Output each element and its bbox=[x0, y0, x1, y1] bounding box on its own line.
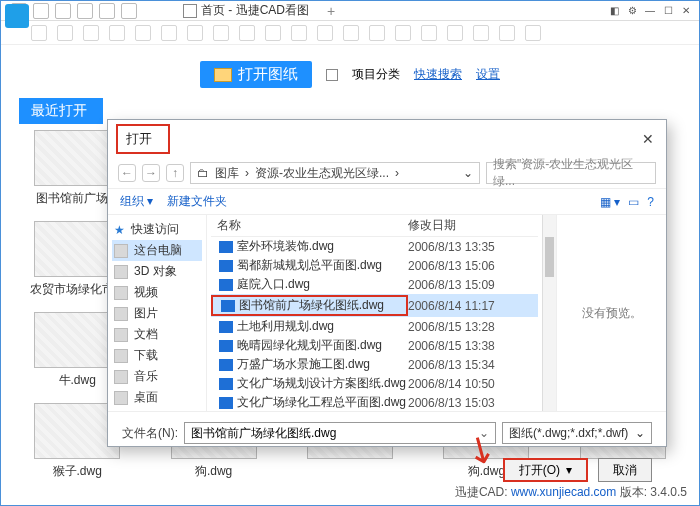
tree-item-label: 文档 bbox=[134, 326, 158, 343]
nav-fwd-button[interactable]: → bbox=[142, 164, 160, 182]
filename-input[interactable]: 图书馆前广场绿化图纸.dwg ⌄ bbox=[184, 422, 496, 444]
minimize-button[interactable]: — bbox=[643, 3, 657, 17]
tool2-icon[interactable] bbox=[291, 25, 307, 41]
tree-item[interactable]: 文档 bbox=[112, 324, 202, 345]
tree-item-label: 视频 bbox=[134, 284, 158, 301]
dwg-icon bbox=[219, 260, 233, 272]
organize-menu[interactable]: 组织 ▾ bbox=[120, 193, 153, 210]
file-date: 2006/8/15 13:38 bbox=[408, 339, 538, 353]
tool2-icon[interactable] bbox=[369, 25, 385, 41]
dialog-search-input[interactable]: 搜索"资源-农业生态观光区绿... bbox=[486, 162, 656, 184]
tab-home-label: 首页 - 迅捷CAD看图 bbox=[201, 2, 309, 19]
file-date: 2006/8/14 10:50 bbox=[408, 377, 538, 391]
file-row[interactable]: 土地利用规划.dwg2006/8/15 13:28 bbox=[211, 317, 538, 336]
folder-tree[interactable]: ★快速访问这台电脑3D 对象视频图片文档下载音乐桌面 bbox=[108, 215, 207, 411]
scrollbar[interactable] bbox=[542, 215, 556, 411]
tree-item-label: 桌面 bbox=[134, 389, 158, 406]
crumb-seg: 资源-农业生态观光区绿... bbox=[255, 165, 389, 182]
tree-item[interactable]: 音乐 bbox=[112, 366, 202, 387]
tool2-icon[interactable] bbox=[213, 25, 229, 41]
tb-open-icon[interactable] bbox=[33, 3, 49, 19]
tree-item[interactable]: 视频 bbox=[112, 282, 202, 303]
tree-item[interactable]: 图片 bbox=[112, 303, 202, 324]
tool2-icon[interactable] bbox=[447, 25, 463, 41]
tool2-icon[interactable] bbox=[317, 25, 333, 41]
settings-link[interactable]: 设置 bbox=[476, 66, 500, 83]
tree-item[interactable]: 3D 对象 bbox=[112, 261, 202, 282]
file-row[interactable]: 晚晴园绿化规划平面图.dwg2006/8/15 13:38 bbox=[211, 336, 538, 355]
dialog-cancel-button[interactable]: 取消 bbox=[598, 458, 652, 482]
dialog-open-button[interactable]: 打开(O)▾ bbox=[503, 458, 588, 482]
recent-header: 最近打开 bbox=[19, 98, 103, 124]
file-date: 2006/8/13 15:34 bbox=[408, 358, 538, 372]
tab-home[interactable]: 首页 - 迅捷CAD看图 bbox=[173, 0, 319, 21]
tool2-icon[interactable] bbox=[525, 25, 541, 41]
tree-item[interactable]: ★快速访问 bbox=[112, 219, 202, 240]
col-date[interactable]: 修改日期 bbox=[408, 217, 538, 234]
tool2-icon[interactable] bbox=[499, 25, 515, 41]
file-date: 2006/8/13 15:09 bbox=[408, 278, 538, 292]
help-icon[interactable]: ? bbox=[647, 195, 654, 209]
nav-up-button[interactable]: ↑ bbox=[166, 164, 184, 182]
file-row[interactable]: 庭院入口.dwg2006/8/13 15:09 bbox=[211, 275, 538, 294]
tool2-icon[interactable] bbox=[395, 25, 411, 41]
tool2-icon[interactable] bbox=[473, 25, 489, 41]
tb-redo-icon[interactable] bbox=[121, 3, 137, 19]
file-row[interactable]: 万盛广场水景施工图.dwg2006/8/13 15:34 bbox=[211, 355, 538, 374]
tool2-icon[interactable] bbox=[265, 25, 281, 41]
tb-undo-icon[interactable] bbox=[99, 3, 115, 19]
tool2-icon[interactable] bbox=[161, 25, 177, 41]
folder-icon bbox=[114, 307, 128, 321]
tb-save-icon[interactable] bbox=[55, 3, 71, 19]
tool2-icon[interactable] bbox=[135, 25, 151, 41]
file-filter-select[interactable]: 图纸(*.dwg;*.dxf;*.dwf)⌄ bbox=[502, 422, 652, 444]
open-drawing-button[interactable]: 打开图纸 bbox=[200, 61, 312, 88]
file-date: 2006/8/13 13:35 bbox=[408, 240, 538, 254]
app-logo-icon bbox=[5, 4, 29, 28]
tool2-icon[interactable] bbox=[421, 25, 437, 41]
folder-open-icon bbox=[214, 68, 232, 82]
view-mode-button[interactable]: ▦ ▾ bbox=[600, 195, 620, 209]
file-name: 图书馆前广场绿化图纸.dwg bbox=[239, 297, 404, 314]
preview-toggle-button[interactable]: ▭ bbox=[628, 195, 639, 209]
new-folder-button[interactable]: 新建文件夹 bbox=[167, 193, 227, 210]
maximize-button[interactable]: ☐ bbox=[661, 3, 675, 17]
folder-icon: 🗀 bbox=[197, 166, 209, 180]
dialog-open-label: 打开(O) bbox=[519, 462, 560, 479]
tool2-icon[interactable] bbox=[343, 25, 359, 41]
tb-print-icon[interactable] bbox=[77, 3, 93, 19]
open-dialog: 打开 ✕ ← → ↑ 🗀 图库› 资源-农业生态观光区绿...› ⌄ 搜索"资源… bbox=[107, 119, 667, 447]
classify-checkbox[interactable] bbox=[326, 69, 338, 81]
tool2-icon[interactable] bbox=[187, 25, 203, 41]
quick-search-link[interactable]: 快速搜索 bbox=[414, 66, 462, 83]
tool2-icon[interactable] bbox=[83, 25, 99, 41]
file-row[interactable]: 图书馆前广场绿化图纸.dwg2006/8/14 11:17 bbox=[211, 294, 538, 317]
tool2-icon[interactable] bbox=[109, 25, 125, 41]
file-name: 庭院入口.dwg bbox=[237, 276, 406, 293]
skin-icon[interactable]: ◧ bbox=[607, 3, 621, 17]
tool2-icon[interactable] bbox=[31, 25, 47, 41]
tree-item[interactable]: 这台电脑 bbox=[112, 240, 202, 261]
col-name[interactable]: 名称 bbox=[211, 217, 408, 234]
file-name: 晚晴园绿化规划平面图.dwg bbox=[237, 337, 406, 354]
tool2-icon[interactable] bbox=[57, 25, 73, 41]
file-row[interactable]: 蜀都新城规划总平面图.dwg2006/8/13 15:06 bbox=[211, 256, 538, 275]
tool2-icon[interactable] bbox=[239, 25, 255, 41]
gear-icon[interactable]: ⚙ bbox=[625, 3, 639, 17]
title-bar: 首页 - 迅捷CAD看图 + ◧ ⚙ — ☐ ✕ bbox=[1, 1, 699, 21]
breadcrumb[interactable]: 🗀 图库› 资源-农业生态观光区绿...› ⌄ bbox=[190, 162, 480, 184]
file-row[interactable]: 室外环境装饰.dwg2006/8/13 13:35 bbox=[211, 237, 538, 256]
dwg-icon bbox=[221, 300, 235, 312]
file-row[interactable]: 文化广场规划设计方案图纸.dwg2006/8/14 10:50 bbox=[211, 374, 538, 393]
search-placeholder: 搜索"资源-农业生态观光区绿... bbox=[493, 156, 649, 190]
dwg-icon bbox=[219, 378, 233, 390]
file-row[interactable]: 文化广场绿化工程总平面图.dwg2006/8/13 15:03 bbox=[211, 393, 538, 411]
dwg-icon bbox=[219, 359, 233, 371]
close-button[interactable]: ✕ bbox=[679, 3, 693, 17]
dialog-close-button[interactable]: ✕ bbox=[636, 131, 660, 147]
nav-back-button[interactable]: ← bbox=[118, 164, 136, 182]
tree-item[interactable]: 下载 bbox=[112, 345, 202, 366]
tab-add-button[interactable]: + bbox=[327, 3, 335, 19]
folder-icon bbox=[114, 349, 128, 363]
tree-item[interactable]: 桌面 bbox=[112, 387, 202, 408]
